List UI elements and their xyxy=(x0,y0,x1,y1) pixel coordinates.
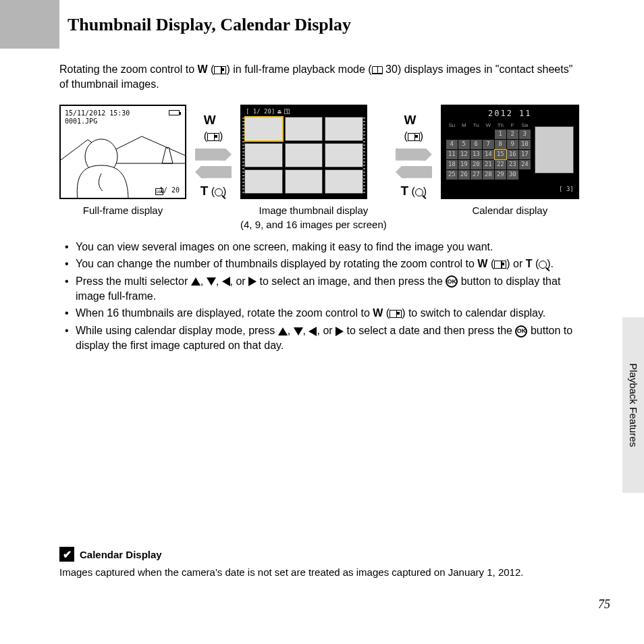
arrow-right-icon xyxy=(396,149,432,161)
thumbnail-screen: [ 1/ 20] ⏏ ⚿ xyxy=(240,105,367,199)
thumbnail-grid xyxy=(242,117,366,196)
calendar-day-header: W xyxy=(483,122,494,129)
bullet-text: When 16 thumbnails are displayed, rotate… xyxy=(76,307,373,319)
list-item: You can change the number of thumbnails … xyxy=(65,257,583,271)
zoom-w-label: W xyxy=(204,113,216,127)
thumbnail-cell xyxy=(285,117,323,141)
display-modes-diagram: 15/11/2012 15:30 0001.JPG 16M 1/ 20 Full… xyxy=(59,105,583,232)
note-text: Images captured when the camera's date i… xyxy=(59,566,583,579)
calendar-cell: 5 xyxy=(458,140,470,149)
book-icon xyxy=(372,66,383,74)
film-strip-icon xyxy=(363,115,365,195)
calendar-cell: 8 xyxy=(495,140,506,149)
calendar-block: 2012 11 SuMTuWThFSa 12345678910111213141… xyxy=(441,105,579,217)
arrow-left-icon xyxy=(396,166,432,178)
thumbnail-counter: [ 1/ 20] xyxy=(246,107,275,116)
thumbnail-cell xyxy=(285,143,323,167)
bullet-text: , or xyxy=(230,275,249,287)
thumbnail-subcaption: (4, 9, and 16 images per screen) xyxy=(240,217,387,232)
fullframe-block: 15/11/2012 15:30 0001.JPG 16M 1/ 20 Full… xyxy=(59,105,186,217)
note-block: ✔ Calendar Display Images captured when … xyxy=(59,547,583,579)
osd-count: 1/ 20 xyxy=(159,186,180,195)
calendar-cell: 9 xyxy=(507,140,518,149)
zoom-t-group: T () xyxy=(200,182,227,200)
calendar-cell: 21 xyxy=(483,160,494,169)
zoom-t-label: T xyxy=(400,184,408,198)
left-icon xyxy=(308,327,317,336)
calendar-cell: 7 xyxy=(483,140,494,149)
thumbnail-cell xyxy=(325,143,363,167)
bullet-text: You can view several images on one scree… xyxy=(76,241,493,252)
zoom-w-label: W xyxy=(404,113,416,127)
calendar-caption: Calendar display xyxy=(441,203,579,217)
down-icon xyxy=(207,277,216,286)
calendar-cell: 16 xyxy=(507,150,518,159)
thumbnail-caption: Image thumbnail display xyxy=(240,203,387,217)
note-heading-text: Calendar Display xyxy=(80,549,162,560)
calendar-cell: 4 xyxy=(446,140,458,149)
bullet-text: You can change the number of thumbnails … xyxy=(76,258,477,269)
bullet-text: . xyxy=(551,258,554,269)
bullet-text: Press the multi selector xyxy=(76,275,191,287)
calendar-cell: 22 xyxy=(495,160,506,169)
calendar-cell: 1 xyxy=(495,130,506,139)
calendar-day-header: Su xyxy=(446,122,458,129)
calendar-cell: 6 xyxy=(471,140,482,149)
zoom-arrows: W() T () xyxy=(387,105,441,200)
intro-text: in full-frame playback mode ( xyxy=(230,63,372,75)
thumbnail-icon xyxy=(408,133,420,141)
page-ref: 30 xyxy=(385,63,398,75)
arrow-right-icon xyxy=(195,149,232,161)
calendar-cell: 19 xyxy=(458,160,470,169)
thumbnail-cell xyxy=(244,117,283,141)
thumbnail-block: [ 1/ 20] ⏏ ⚿ Image thumbnail display (4,… xyxy=(240,105,387,232)
calendar-cell xyxy=(519,170,531,180)
calendar-cell: 11 xyxy=(446,150,458,159)
bullet-text: , xyxy=(200,275,207,287)
section-tab-label: Playback Features xyxy=(628,363,639,447)
thumbnail-cell xyxy=(285,169,323,194)
thumbnail-icon xyxy=(390,310,402,318)
list-item: While using calendar display mode, press… xyxy=(65,323,583,354)
calendar-cell: 28 xyxy=(483,170,494,180)
thumbnail-cell xyxy=(244,169,283,194)
up-icon xyxy=(278,327,288,336)
ok-button-icon: OK xyxy=(515,325,527,338)
zoom-arrows: W() T () xyxy=(186,105,240,200)
calendar-cell: 27 xyxy=(471,170,482,180)
title-band: Thumbnail Display, Calendar Display xyxy=(0,0,644,49)
calendar-cell: 2 xyxy=(507,130,518,139)
calendar-cell: 14 xyxy=(483,150,494,159)
ok-button-icon: OK xyxy=(446,275,458,288)
zoom-w-group: W() xyxy=(404,111,423,144)
calendar-cell: 30 xyxy=(507,170,518,180)
fullframe-caption: Full-frame display xyxy=(59,203,186,217)
magnify-icon xyxy=(215,188,223,196)
section-tab: Playback Features xyxy=(622,317,644,493)
calendar-count: [ 3] xyxy=(559,185,574,194)
note-heading: ✔ Calendar Display xyxy=(59,547,583,562)
calendar-day-header: M xyxy=(458,122,470,129)
feature-list: You can view several images on one scree… xyxy=(59,240,583,354)
magnify-icon xyxy=(415,188,423,196)
zoom-w-label: W xyxy=(477,258,487,269)
calendar-cell: 3 xyxy=(519,130,531,139)
bullet-text: While using calendar display mode, press xyxy=(76,325,278,336)
magnify-icon xyxy=(539,261,547,269)
zoom-w-group: W() xyxy=(204,111,223,144)
fullframe-screen: 15/11/2012 15:30 0001.JPG 16M 1/ 20 xyxy=(59,105,186,199)
thumbnail-icon xyxy=(494,261,506,269)
calendar-cell: 15 xyxy=(495,150,506,159)
calendar-cell: 12 xyxy=(458,150,470,159)
up-icon xyxy=(191,277,200,286)
calendar-cell xyxy=(458,130,470,139)
bullet-text: , xyxy=(288,325,294,336)
bullet-text: , xyxy=(216,275,222,287)
calendar-cell: 20 xyxy=(471,160,482,169)
thumbnail-icon xyxy=(207,133,219,141)
zoom-w-label: W xyxy=(373,307,383,319)
page-number: 75 xyxy=(598,597,610,612)
bullet-text: , or xyxy=(317,325,336,336)
calendar-preview xyxy=(535,126,574,173)
calendar-title: 2012 11 xyxy=(442,106,578,122)
